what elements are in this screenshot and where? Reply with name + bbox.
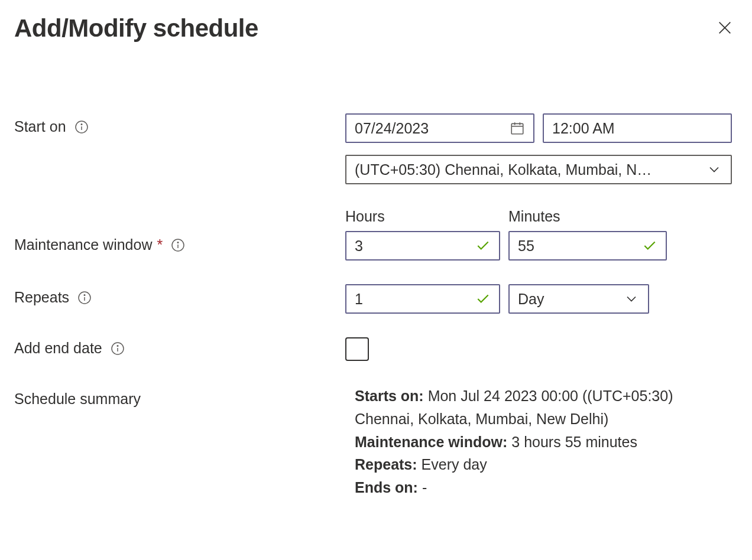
timezone-select[interactable]: (UTC+05:30) Chennai, Kolkata, Mumbai, N…	[345, 155, 732, 184]
close-icon	[717, 19, 733, 38]
hours-value: 3	[355, 237, 469, 255]
summary-repeats-label: Repeats:	[355, 456, 417, 473]
summary-mw-value: 3 hours 55 minutes	[511, 434, 637, 450]
minutes-value: 55	[518, 237, 636, 255]
repeat-unit-value: Day	[518, 291, 617, 308]
required-indicator: *	[157, 236, 163, 253]
add-end-date-checkbox[interactable]	[345, 337, 369, 361]
repeat-unit-select[interactable]: Day	[508, 284, 649, 314]
svg-rect-5	[511, 123, 523, 134]
summary-ends-on-label: Ends on:	[355, 479, 418, 496]
schedule-summary-text: Starts on: Mon Jul 24 2023 00:00 ((UTC+0…	[355, 385, 733, 499]
start-on-label: Start on	[14, 118, 66, 135]
calendar-icon	[510, 121, 525, 136]
check-icon	[475, 238, 491, 253]
chevron-down-icon	[706, 161, 722, 178]
summary-mw-label: Maintenance window:	[355, 434, 507, 450]
info-icon[interactable]	[74, 120, 89, 134]
start-date-input[interactable]: 07/24/2023	[345, 113, 534, 143]
hours-group-label: Hours	[345, 208, 500, 225]
svg-point-4	[81, 123, 82, 125]
repeats-label: Repeats	[14, 289, 69, 306]
info-icon[interactable]	[77, 291, 92, 305]
repeat-count-value: 1	[355, 291, 469, 308]
info-icon[interactable]	[111, 341, 125, 356]
schedule-summary-label: Schedule summary	[14, 390, 141, 408]
info-icon[interactable]	[171, 238, 185, 252]
svg-point-23	[117, 345, 118, 346]
repeat-count-input[interactable]: 1	[345, 284, 500, 314]
close-button[interactable]	[712, 15, 738, 43]
svg-point-17	[177, 242, 179, 243]
add-end-date-label: Add end date	[14, 340, 102, 357]
timezone-value: (UTC+05:30) Chennai, Kolkata, Mumbai, N…	[355, 161, 700, 178]
maintenance-window-label: Maintenance window	[14, 236, 152, 253]
minutes-input[interactable]: 55	[508, 231, 667, 261]
minutes-group-label: Minutes	[508, 208, 667, 225]
start-time-value: 12:00 AM	[552, 120, 722, 137]
summary-repeats-value: Every day	[422, 456, 487, 473]
start-time-input[interactable]: 12:00 AM	[543, 113, 732, 143]
summary-ends-on-value: -	[422, 479, 427, 496]
check-icon	[475, 291, 491, 307]
svg-point-20	[84, 294, 85, 295]
chevron-down-icon	[623, 291, 640, 307]
summary-starts-on-label: Starts on:	[355, 388, 424, 404]
start-date-value: 07/24/2023	[355, 120, 504, 137]
check-icon	[642, 238, 657, 253]
hours-input[interactable]: 3	[345, 231, 500, 261]
dialog-title: Add/Modify schedule	[14, 14, 258, 43]
